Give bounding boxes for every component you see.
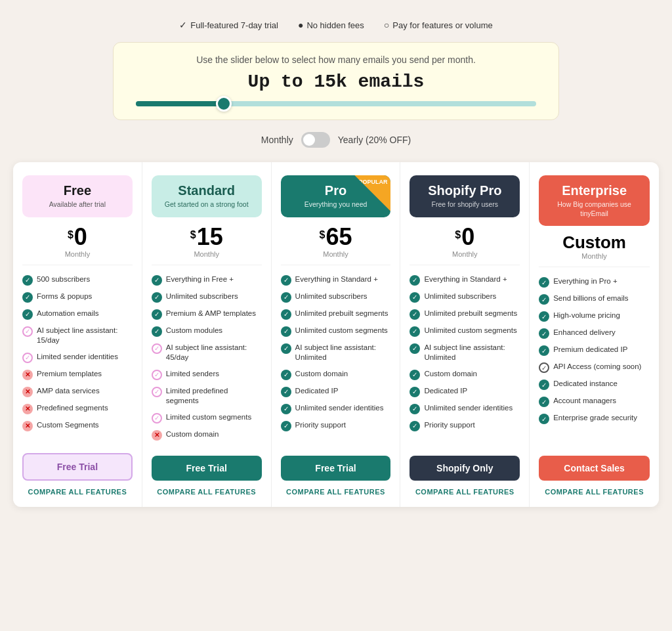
coin-icon: ● bbox=[298, 20, 303, 30]
slider-email-count: Up to 15k emails bbox=[133, 72, 539, 92]
check-icon: ✓ bbox=[410, 343, 420, 354]
price-period-free: Monthly bbox=[22, 250, 133, 258]
price-amount-pro: $ 65 bbox=[281, 225, 391, 249]
feature-item: ✓ AI subject line assistant: Unlimited bbox=[281, 343, 391, 363]
feature-item: ✓ Custom modules bbox=[152, 326, 262, 337]
check-icon: ✓ bbox=[152, 275, 162, 286]
x-icon: ✕ bbox=[22, 370, 33, 380]
check-icon: ✓ bbox=[410, 404, 420, 414]
check-pink-icon: ✓ bbox=[152, 387, 162, 397]
pro-trial-button[interactable]: Free Trial bbox=[281, 456, 391, 481]
price-amount-enterprise: Custom bbox=[539, 234, 650, 251]
billing-toggle[interactable] bbox=[301, 132, 330, 148]
feature-item: ✕ Premium templates bbox=[22, 369, 133, 380]
slider-label: Use the slider below to select how many … bbox=[133, 54, 539, 65]
top-badges: ✓ Full-featured 7-day trial ● No hidden … bbox=[13, 20, 659, 30]
price-number-standard: 15 bbox=[197, 225, 223, 249]
price-amount-standard: $ 15 bbox=[152, 225, 262, 249]
toggle-track[interactable] bbox=[301, 132, 330, 148]
check-icon: ✓ bbox=[281, 421, 291, 431]
plan-header-standard: Standard Get started on a strong foot bbox=[152, 175, 262, 217]
compare-link-standard[interactable]: COMPARE ALL FEATURES bbox=[152, 487, 262, 496]
feature-item: ✓ Automation emails bbox=[22, 309, 133, 320]
billing-toggle-row: Monthly Yearly (20% OFF) bbox=[13, 132, 659, 148]
free-trial-button[interactable]: Free Trial bbox=[22, 453, 133, 481]
price-amount-shopify: $ 0 bbox=[410, 225, 520, 249]
check-pink-icon: ✓ bbox=[152, 370, 162, 380]
feature-item: ✓ Everything in Pro + bbox=[539, 276, 650, 288]
feature-item: ✓ Dedicated instance bbox=[539, 379, 650, 390]
feature-list-shopify: ✓ Everything in Standard + ✓ Unlimited s… bbox=[410, 274, 520, 446]
feature-item: ✓ Everything in Free + bbox=[152, 274, 262, 286]
feature-item: ✓ Enterprise grade security bbox=[539, 413, 650, 424]
x-icon: ✕ bbox=[22, 404, 33, 414]
shopify-button[interactable]: Shopify Only bbox=[410, 456, 520, 481]
check-icon: ✓ bbox=[281, 370, 291, 380]
price-number-enterprise: Custom bbox=[562, 234, 626, 251]
feature-item: ✓ Priority support bbox=[410, 420, 520, 431]
feature-list-standard: ✓ Everything in Free + ✓ Unlimited subsc… bbox=[152, 274, 262, 446]
feature-item: ✓ Premium & AMP templates bbox=[152, 309, 262, 320]
page-wrapper: ✓ Full-featured 7-day trial ● No hidden … bbox=[0, 13, 672, 513]
feature-item: ✓ Unlimited prebuilt segments bbox=[281, 309, 391, 320]
plan-cta-enterprise: Contact Sales COMPARE ALL FEATURES bbox=[539, 456, 650, 496]
check-icon: ✓ bbox=[410, 387, 420, 397]
plan-card-free: Free Available after trial $ 0 Monthly ✓… bbox=[13, 162, 142, 507]
compare-link-enterprise[interactable]: COMPARE ALL FEATURES bbox=[539, 487, 650, 496]
plan-header-free: Free Available after trial bbox=[22, 175, 133, 217]
standard-trial-button[interactable]: Free Trial bbox=[152, 456, 262, 481]
check-pink-icon: ✓ bbox=[152, 413, 162, 424]
slider-track[interactable] bbox=[136, 101, 536, 106]
feature-item: ✓ Dedicated IP bbox=[410, 386, 520, 397]
feature-item: ✓ Unlimited custom segments bbox=[410, 326, 520, 337]
check-icon: ✓ bbox=[152, 326, 162, 337]
plan-header-shopify: Shopify Pro Free for shopify users bbox=[410, 175, 520, 217]
x-icon: ✕ bbox=[152, 430, 162, 441]
price-period-pro: Monthly bbox=[281, 250, 391, 258]
feature-item: ✓ Unlimited custom segments bbox=[281, 326, 391, 337]
price-number-pro: 65 bbox=[326, 225, 352, 249]
feature-item: ✓ Send billions of emails bbox=[539, 294, 650, 305]
check-icon: ✓ bbox=[410, 292, 420, 303]
plan-price-enterprise: Custom Monthly bbox=[539, 234, 650, 267]
check-icon: ✓ bbox=[539, 294, 549, 305]
check-icon: ✓ bbox=[281, 343, 291, 354]
feature-item: ✕ Custom Segments bbox=[22, 420, 133, 431]
feature-item: ✓ AI subject line assistant: 15/day bbox=[22, 326, 133, 346]
check-icon: ✓ bbox=[22, 275, 33, 286]
check-icon: ✓ bbox=[281, 275, 291, 286]
check-icon: ✓ bbox=[410, 421, 420, 431]
plan-subtitle-free: Available after trial bbox=[28, 200, 127, 209]
feature-item: ✓ Unlimited subscribers bbox=[410, 292, 520, 303]
compare-link-free[interactable]: COMPARE ALL FEATURES bbox=[22, 487, 133, 496]
contact-sales-button[interactable]: Contact Sales bbox=[539, 456, 650, 481]
check-icon: ✓ bbox=[410, 326, 420, 337]
price-dollar-free: $ bbox=[68, 229, 74, 241]
feature-item: ✓ Custom domain bbox=[281, 369, 391, 380]
plan-name-enterprise: Enterprise bbox=[544, 183, 644, 198]
plan-price-pro: $ 65 Monthly bbox=[281, 225, 391, 265]
check-icon: ✓ bbox=[539, 345, 549, 356]
feature-item: ✕ AMP data services bbox=[22, 386, 133, 397]
check-icon: ✓ bbox=[410, 309, 420, 320]
feature-item: ✓ AI subject line assistant: 45/day bbox=[152, 343, 262, 363]
slider-thumb[interactable] bbox=[216, 96, 232, 112]
feature-item: ✓ AI subject line assistant: Unlimited bbox=[410, 343, 520, 363]
check-icon: ✓ bbox=[281, 404, 291, 414]
check-icon: ✓ bbox=[281, 326, 291, 337]
feature-item: ✓ Limited predefined segments bbox=[152, 386, 262, 406]
price-amount-free: $ 0 bbox=[22, 225, 133, 249]
slider-fill bbox=[136, 101, 224, 106]
feature-item: ✓ Limited senders bbox=[152, 369, 262, 380]
plan-name-standard: Standard bbox=[157, 183, 257, 198]
price-dollar-pro: $ bbox=[320, 229, 326, 241]
plan-price-shopify: $ 0 Monthly bbox=[410, 225, 520, 265]
check-pink-icon: ✓ bbox=[22, 326, 33, 337]
check-icon: ✓ bbox=[22, 292, 33, 303]
plan-card-shopify: Shopify Pro Free for shopify users $ 0 M… bbox=[400, 162, 530, 507]
plan-name-free: Free bbox=[28, 183, 127, 198]
compare-link-shopify[interactable]: COMPARE ALL FEATURES bbox=[410, 487, 520, 496]
plan-cta-shopify: Shopify Only COMPARE ALL FEATURES bbox=[410, 456, 520, 496]
compare-link-pro[interactable]: COMPARE ALL FEATURES bbox=[281, 487, 391, 496]
feature-item: ✓ Enhanced delivery bbox=[539, 328, 650, 339]
